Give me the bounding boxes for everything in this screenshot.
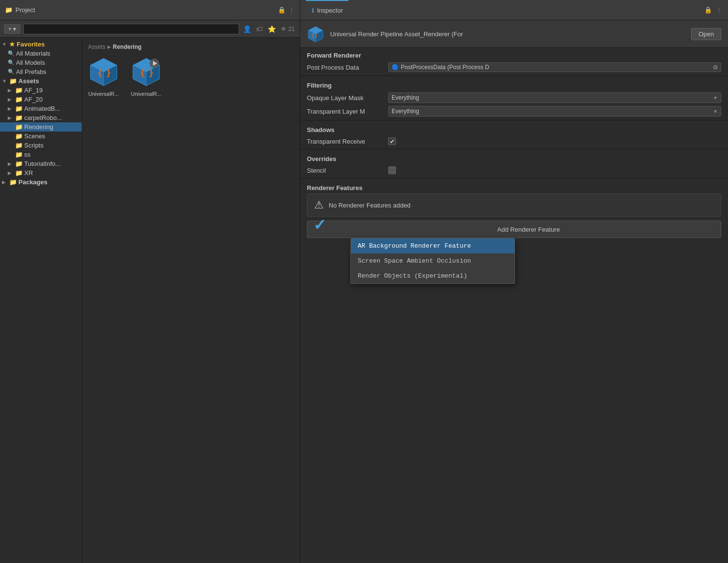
transparent-dropdown[interactable]: Everything ▼ bbox=[388, 106, 721, 117]
post-process-row: Post Process Data 🔵 PostProcessData (Pos… bbox=[300, 61, 728, 74]
folder-icon-af19: 📁 bbox=[15, 87, 23, 94]
more-icon[interactable]: ⋮ bbox=[288, 6, 295, 14]
sidebar-item-rendering[interactable]: 📁 Rendering bbox=[0, 122, 82, 132]
sidebar-item-xr[interactable]: ▶ 📁 XR bbox=[0, 168, 82, 178]
lock-icon[interactable]: 🔒 bbox=[278, 6, 286, 14]
folder-icon: 📁 bbox=[5, 6, 13, 14]
project-title: Project bbox=[15, 6, 35, 14]
svg-text:}: } bbox=[106, 68, 111, 78]
sidebar-item-all-prefabs[interactable]: 🔍 All Prefabs bbox=[0, 67, 82, 76]
post-process-value-field[interactable]: 🔵 PostProcessData (Post Process D ⊙ bbox=[388, 62, 721, 72]
inspector-panel-header: ℹ Inspector 🔒 ⋮ bbox=[300, 0, 728, 20]
assets-folder-icon: 📁 bbox=[9, 77, 17, 85]
assets-grid: Assets ▶ Rendering bbox=[82, 38, 300, 563]
folder-icon-rendering: 📁 bbox=[15, 123, 23, 131]
add-feature-label: Add Renderer Feature bbox=[497, 226, 560, 233]
tag-icon[interactable]: 🏷 bbox=[255, 24, 264, 34]
folder-icon-xr: 📁 bbox=[15, 169, 23, 177]
folder-icon-scripts: 📁 bbox=[15, 142, 23, 149]
folder-icon-carpetrobo: 📁 bbox=[15, 114, 23, 121]
add-button[interactable]: + ▾ bbox=[4, 24, 20, 34]
folder-icon-packages: 📁 bbox=[9, 178, 17, 186]
person-icon[interactable]: 👤 bbox=[242, 24, 252, 34]
transparent-receive-row: Transparent Receive ✔ bbox=[300, 135, 728, 147]
svg-text:{: { bbox=[97, 68, 103, 78]
dropdown-item-render-objects[interactable]: Render Objects (Experimental) bbox=[351, 268, 515, 283]
add-renderer-feature-button[interactable]: ✓ Add Renderer Feature bbox=[307, 221, 721, 238]
inspector-tab-label: Inspector bbox=[317, 7, 343, 14]
sidebar-item-all-models[interactable]: 🔍 All Models bbox=[0, 58, 82, 67]
inspector-asset-header: {} Universal Render Pipeline Asset_Rende… bbox=[300, 20, 728, 48]
chevron-down-icon: ▼ bbox=[713, 95, 718, 101]
search-icon2: 🔍 bbox=[8, 59, 15, 66]
transparent-label: Transparent Layer M bbox=[307, 108, 384, 115]
folder-icon-tutorial: 📁 bbox=[15, 160, 23, 167]
opaque-layer-mask-row: Opaque Layer Mask Everything ▼ bbox=[300, 91, 728, 104]
project-panel-header: 📁 Project 🔒 ⋮ bbox=[0, 0, 300, 20]
transparent-receive-checkbox[interactable]: ✔ bbox=[388, 137, 396, 145]
svg-text:}: } bbox=[149, 68, 154, 78]
asset-item[interactable]: { } UniversalR... bbox=[86, 54, 121, 97]
folder-icon-ss: 📁 bbox=[15, 151, 23, 158]
asset-title: Universal Render Pipeline Asset_Renderer… bbox=[330, 30, 685, 38]
opaque-label: Opaque Layer Mask bbox=[307, 94, 384, 102]
info-icon: ℹ bbox=[312, 7, 314, 14]
svg-text:{}: {} bbox=[312, 33, 318, 38]
renderer-features-section: Renderer Features ⚠ No Renderer Features… bbox=[300, 180, 728, 238]
search-icon: 🔍 bbox=[8, 50, 15, 57]
search-icon3: 🔍 bbox=[8, 69, 15, 75]
stencil-label: Stencil bbox=[307, 167, 384, 174]
project-panel: + ▾ 👤 🏷 ⭐ 👁 21 ▼ ★ Favorites 🔍 All bbox=[0, 20, 300, 563]
sidebar-item-af20[interactable]: ▶ 📁 AF_20 bbox=[0, 95, 82, 104]
eye-count[interactable]: 👁 21 bbox=[280, 25, 296, 33]
transparent-layer-mask-row: Transparent Layer M Everything ▼ bbox=[300, 104, 728, 118]
transparent-receive-label: Transparent Receive bbox=[307, 138, 384, 145]
opaque-dropdown[interactable]: Everything ▼ bbox=[388, 92, 721, 103]
add-button-label: + ▾ bbox=[8, 26, 16, 32]
chevron-down-icon2: ▼ bbox=[713, 109, 718, 114]
inspector-more-icon[interactable]: ⋮ bbox=[716, 6, 722, 14]
renderer-feature-dropdown: AR Background Renderer Feature Screen Sp… bbox=[350, 238, 515, 284]
stencil-checkbox[interactable] bbox=[388, 166, 396, 174]
search-input[interactable] bbox=[23, 24, 239, 34]
renderer-features-header: Renderer Features bbox=[300, 180, 728, 193]
dot-circle-icon[interactable]: ⊙ bbox=[713, 64, 718, 71]
filtering-section: Filtering Opaque Layer Mask Everything ▼… bbox=[300, 78, 728, 118]
filtering-header: Filtering bbox=[300, 78, 728, 91]
inspector-lock-icon[interactable]: 🔒 bbox=[704, 6, 712, 14]
sidebar-item-scenes[interactable]: 📁 Scenes bbox=[0, 132, 82, 141]
folder-icon-scenes: 📁 bbox=[15, 133, 23, 140]
sidebar-item-af19[interactable]: ▶ 📁 AF_19 bbox=[0, 86, 82, 95]
sidebar-item-assets[interactable]: ▼ 📁 Assets bbox=[0, 76, 82, 86]
overrides-header: Overrides bbox=[300, 151, 728, 164]
sidebar-item-packages[interactable]: ▶ 📁 Packages bbox=[0, 178, 82, 187]
sidebar-item-ss[interactable]: 📁 ss bbox=[0, 150, 82, 159]
forward-renderer-section: Forward Renderer Post Process Data 🔵 Pos… bbox=[300, 48, 728, 74]
project-toolbar: + ▾ 👤 🏷 ⭐ 👁 21 bbox=[0, 20, 300, 38]
warning-icon: ⚠ bbox=[314, 199, 324, 211]
post-process-label: Post Process Data bbox=[307, 64, 384, 71]
assets-list: { } UniversalR... bbox=[86, 54, 296, 97]
asset-ref-icon: 🔵 bbox=[392, 64, 399, 71]
file-tree: ▼ ★ Favorites 🔍 All Materials 🔍 All Mode… bbox=[0, 38, 82, 563]
sidebar-item-favorites[interactable]: ▼ ★ Favorites bbox=[0, 40, 82, 49]
dropdown-item-ar-background[interactable]: AR Background Renderer Feature bbox=[351, 238, 515, 253]
dropdown-item-ssao[interactable]: Screen Space Ambient Occlusion bbox=[351, 253, 515, 268]
sidebar-item-animatedb[interactable]: ▶ 📁 AnimatedB... bbox=[0, 104, 82, 113]
shadows-section: Shadows Transparent Receive ✔ bbox=[300, 122, 728, 147]
asset-item[interactable]: { } UniversalR... bbox=[129, 54, 164, 97]
sidebar-item-tutorialinfo[interactable]: ▶ 📁 TutorialInfo... bbox=[0, 159, 82, 168]
sidebar-item-scripts[interactable]: 📁 Scripts bbox=[0, 141, 82, 150]
folder-icon-af20: 📁 bbox=[15, 96, 23, 103]
no-features-box: ⚠ No Renderer Features added bbox=[307, 193, 721, 217]
star-icon[interactable]: ⭐ bbox=[267, 24, 277, 34]
overrides-section: Overrides Stencil bbox=[300, 151, 728, 176]
stencil-row: Stencil bbox=[300, 164, 728, 176]
open-button[interactable]: Open bbox=[691, 28, 721, 40]
forward-renderer-header: Forward Renderer bbox=[300, 48, 728, 61]
sidebar-item-carpetrobo[interactable]: ▶ 📁 carpetRobo... bbox=[0, 113, 82, 122]
inspector-panel: {} Universal Render Pipeline Asset_Rende… bbox=[300, 20, 728, 563]
sidebar-item-all-materials[interactable]: 🔍 All Materials bbox=[0, 49, 82, 58]
svg-text:{: { bbox=[140, 68, 145, 78]
inspector-tab[interactable]: ℹ Inspector bbox=[306, 0, 349, 20]
